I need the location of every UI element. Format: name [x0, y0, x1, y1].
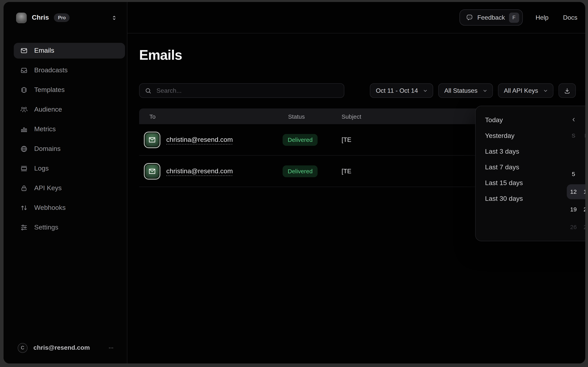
calendar-day[interactable]: 20	[580, 202, 585, 217]
calendar-empty-cell	[567, 149, 580, 164]
sidebar-item-label: Metrics	[34, 125, 56, 133]
feedback-label: Feedback	[477, 14, 505, 21]
sliders-icon	[20, 224, 28, 231]
calendar-day[interactable]: 19	[567, 202, 580, 217]
desktop: Chris Pro Emails Broadcasts Templates	[0, 0, 588, 367]
sidebar-item-logs[interactable]: Logs	[14, 161, 125, 176]
calendar-weekday: M	[580, 130, 585, 142]
calendar-day[interactable]: 12	[567, 184, 580, 199]
sidebar-item-label: Templates	[34, 86, 65, 94]
sidebar-item-label: Domains	[34, 145, 60, 153]
status-badge: Delivered	[283, 165, 318, 177]
calendar-grid: SMTWTFS123456789101112131415161718192021…	[567, 130, 585, 236]
sidebar-item-audience[interactable]: Audience	[14, 102, 125, 117]
sidebar-nav: Emails Broadcasts Templates Audience Met…	[4, 33, 127, 235]
sidebar-item-metrics[interactable]: Metrics	[14, 121, 125, 137]
export-button[interactable]	[559, 83, 576, 98]
sidebar-item-webhooks[interactable]: Webhooks	[14, 200, 125, 216]
chevron-down-icon	[482, 88, 488, 93]
to-cell: christina@resend.com	[139, 132, 283, 148]
arrows-up-down-icon	[20, 204, 28, 212]
preset-last-3-days[interactable]: Last 3 days	[485, 144, 523, 159]
calendar-day: 26	[567, 219, 580, 234]
chevron-up-down-icon[interactable]	[111, 14, 118, 21]
search-icon	[145, 87, 152, 94]
sidebar-item-label: Broadcasts	[34, 67, 67, 74]
main-area: Feedback F Help Docs Emails Oct	[127, 2, 585, 363]
calendar-day[interactable]: 13	[580, 184, 585, 199]
help-link[interactable]: Help	[536, 14, 548, 21]
calendar-weekday: S	[567, 130, 580, 142]
status-badge: Delivered	[283, 134, 318, 146]
sidebar-item-label: Settings	[34, 224, 58, 231]
sidebar-item-label: Audience	[34, 106, 62, 114]
lock-icon	[20, 184, 28, 192]
calendar: October 2025 SMTWTFS12345678910111213141…	[567, 112, 585, 236]
recipient-email[interactable]: christina@resend.com	[166, 136, 233, 144]
previous-month-button[interactable]	[567, 117, 580, 122]
calendar-day: 27	[580, 219, 585, 234]
date-range-value: Oct 11 - Oct 14	[376, 87, 418, 94]
topbar: Feedback F Help Docs	[127, 2, 585, 33]
feedback-button[interactable]: Feedback F	[460, 9, 523, 25]
sidebar-item-templates[interactable]: Templates	[14, 82, 125, 98]
ellipsis-icon[interactable]	[108, 344, 114, 351]
workspace-name: Chris	[32, 14, 49, 22]
sidebar-item-settings[interactable]: Settings	[14, 220, 125, 235]
sidebar-item-label: API Keys	[34, 184, 62, 192]
people-icon	[20, 106, 28, 114]
speech-bubble-icon	[466, 14, 473, 21]
status-cell: Delivered	[283, 134, 338, 146]
date-picker-popover: Today Yesterday Last 3 days Last 7 days …	[475, 106, 585, 241]
recipient-email[interactable]: christina@resend.com	[166, 167, 233, 175]
preset-today[interactable]: Today	[485, 112, 523, 128]
to-cell: christina@resend.com	[139, 163, 283, 179]
workspace-switcher[interactable]: Chris Pro	[4, 2, 127, 33]
date-range-dropdown[interactable]: Oct 11 - Oct 14	[370, 83, 433, 98]
search-box[interactable]	[139, 83, 344, 98]
sidebar-item-emails[interactable]: Emails	[14, 43, 125, 58]
column-to: To	[139, 113, 283, 120]
account-avatar: C	[18, 343, 27, 353]
calendar-empty-cell	[580, 149, 585, 164]
bar-chart-icon	[20, 125, 28, 133]
globe-icon	[20, 145, 28, 153]
email-status-icon	[144, 132, 160, 148]
account-email: chris@resend.com	[34, 344, 90, 351]
sidebar-item-broadcasts[interactable]: Broadcasts	[14, 62, 125, 78]
status-dropdown[interactable]: All Statuses	[438, 83, 493, 98]
plan-badge: Pro	[54, 13, 70, 22]
sidebar: Chris Pro Emails Broadcasts Templates	[4, 2, 127, 363]
chevron-down-icon	[543, 88, 548, 93]
preset-yesterday[interactable]: Yesterday	[485, 128, 523, 144]
sidebar-item-label: Emails	[34, 47, 54, 55]
calendar-header: October 2025	[567, 112, 585, 127]
docs-link[interactable]: Docs	[563, 14, 577, 21]
user-avatar	[16, 12, 27, 23]
chevron-down-icon	[423, 88, 428, 93]
inbox-icon	[20, 67, 28, 74]
preset-last-30-days[interactable]: Last 30 days	[485, 191, 523, 207]
status-cell: Delivered	[283, 165, 338, 177]
app-window: Chris Pro Emails Broadcasts Templates	[4, 2, 585, 363]
month-label: October 2025	[580, 116, 585, 123]
feedback-shortcut-key: F	[509, 12, 519, 23]
api-keys-value: All API Keys	[504, 87, 538, 94]
preset-last-15-days[interactable]: Last 15 days	[485, 175, 523, 191]
search-input[interactable]	[156, 87, 339, 94]
sidebar-item-domains[interactable]: Domains	[14, 141, 125, 157]
date-presets: Today Yesterday Last 3 days Last 7 days …	[485, 112, 523, 207]
preset-last-7-days[interactable]: Last 7 days	[485, 159, 523, 175]
rows-icon	[20, 165, 28, 173]
page-title: Emails	[139, 47, 576, 63]
reader-icon	[20, 86, 28, 94]
calendar-day[interactable]: 5	[567, 167, 580, 181]
account-row[interactable]: C chris@resend.com	[4, 334, 127, 363]
email-status-icon	[144, 163, 160, 179]
calendar-day[interactable]: 6	[580, 167, 585, 181]
column-status: Status	[283, 113, 338, 120]
filter-bar: Oct 11 - Oct 14 All Statuses All API Key…	[139, 83, 576, 98]
sidebar-item-api-keys[interactable]: API Keys	[14, 180, 125, 196]
api-keys-dropdown[interactable]: All API Keys	[498, 83, 554, 98]
sidebar-item-label: Webhooks	[34, 204, 66, 212]
